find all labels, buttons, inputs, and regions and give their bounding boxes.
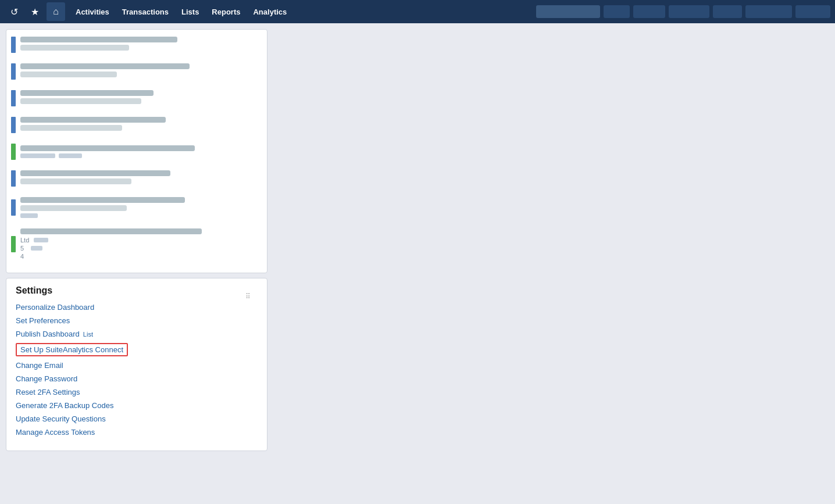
home-icon: ⌂ (53, 6, 59, 17)
left-panel: Ltd 5 4 ⠿ Settings Personalize (6, 29, 267, 498)
blurred-row-content (20, 145, 262, 158)
set-preferences-link[interactable]: Set Preferences (16, 316, 258, 325)
user-pill[interactable] (713, 5, 742, 18)
settings-title: Settings (16, 285, 258, 296)
generate-2fa-link[interactable]: Generate 2FA Backup Codes (16, 401, 258, 410)
nav-activities[interactable]: Activities (70, 4, 115, 20)
publish-dashboard-list-link[interactable]: List (83, 331, 93, 338)
blurred-row-content (20, 117, 262, 133)
right-panel (273, 29, 829, 498)
row-indicator (11, 144, 16, 160)
history-icon: ↺ (10, 6, 18, 17)
row-indicator (11, 37, 16, 53)
row-indicator (11, 170, 16, 187)
history-button[interactable]: ↺ (5, 2, 23, 21)
nav-transactions[interactable]: Transactions (116, 4, 174, 20)
nav-menu: Activities Transactions Lists Reports An… (70, 4, 292, 20)
row-indicator (11, 236, 16, 252)
suiteanalytics-connect-link[interactable]: Set Up SuiteAnalytics Connect (16, 343, 128, 356)
home-button[interactable]: ⌂ (47, 2, 65, 21)
help-pill[interactable] (604, 5, 630, 18)
change-email-link[interactable]: Change Email (16, 361, 258, 370)
main-content: Ltd 5 4 ⠿ Settings Personalize (0, 23, 835, 504)
publish-dashboard-row: Publish Dashboard List (16, 330, 258, 338)
settings-card-inner: ⠿ Settings Personalize Dashboard Set Pre… (16, 285, 258, 437)
blurred-row-content (20, 90, 262, 106)
bottom-text-5: 5 (20, 245, 24, 252)
manage-tokens-link[interactable]: Manage Access Tokens (16, 428, 258, 437)
row-indicator (11, 63, 16, 80)
row-indicator (11, 90, 16, 106)
top-nav: ↺ ★ ⌂ Activities Transactions Lists Repo… (0, 0, 835, 23)
company-pill[interactable] (745, 5, 792, 18)
blurred-card: Ltd 5 4 (6, 29, 267, 273)
personalize-dashboard-link[interactable]: Personalize Dashboard (16, 303, 258, 312)
settings-nav-pill[interactable] (795, 5, 830, 18)
row-indicator (11, 199, 16, 216)
publish-dashboard-link[interactable]: Publish Dashboard (16, 330, 80, 338)
blurred-row-content (20, 170, 262, 187)
blurred-row-content (20, 63, 262, 80)
settings-card: ⠿ Settings Personalize Dashboard Set Pre… (6, 278, 267, 451)
blurred-row-content (20, 197, 262, 218)
nav-right (536, 5, 830, 18)
update-security-link[interactable]: Update Security Questions (16, 414, 258, 423)
nav-lists[interactable]: Lists (176, 4, 205, 20)
favorites-button[interactable]: ★ (26, 2, 44, 21)
drag-handle[interactable]: ⠿ (245, 292, 251, 301)
nav-reports[interactable]: Reports (206, 4, 246, 20)
bottom-text-4: 4 (20, 253, 24, 260)
blurred-row-content: Ltd 5 4 (20, 228, 262, 260)
global-search-pill[interactable] (536, 5, 600, 18)
reset-2fa-link[interactable]: Reset 2FA Settings (16, 388, 258, 396)
blurred-row-content (20, 37, 262, 53)
row-indicator (11, 117, 16, 133)
star-icon: ★ (31, 6, 39, 17)
nav-analytics[interactable]: Analytics (247, 4, 292, 20)
setup-pill[interactable] (633, 5, 665, 18)
bottom-text-ltd: Ltd (20, 237, 29, 244)
change-password-link[interactable]: Change Password (16, 374, 258, 383)
support-pill[interactable] (669, 5, 709, 18)
